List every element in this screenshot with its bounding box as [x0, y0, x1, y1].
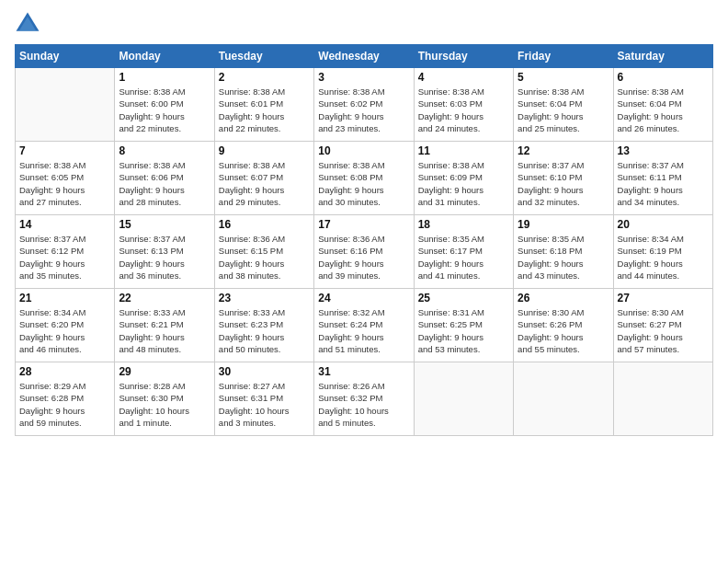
calendar-cell: 25Sunrise: 8:31 AMSunset: 6:25 PMDayligh… [414, 289, 513, 362]
day-info: Sunrise: 8:32 AMSunset: 6:24 PMDaylight:… [318, 306, 409, 355]
page: SundayMondayTuesdayWednesdayThursdayFrid… [0, 0, 728, 563]
calendar-week-row: 28Sunrise: 8:29 AMSunset: 6:28 PMDayligh… [16, 362, 713, 436]
calendar-cell [514, 362, 613, 436]
calendar-cell: 21Sunrise: 8:34 AMSunset: 6:20 PMDayligh… [16, 289, 115, 362]
day-info: Sunrise: 8:38 AMSunset: 6:04 PMDaylight:… [618, 86, 709, 134]
day-number: 12 [518, 144, 609, 157]
day-number: 2 [219, 71, 310, 84]
day-info: Sunrise: 8:38 AMSunset: 6:00 PMDaylight:… [119, 86, 210, 134]
calendar-header-friday: Friday [514, 45, 613, 68]
calendar-cell: 20Sunrise: 8:34 AMSunset: 6:19 PMDayligh… [613, 215, 712, 289]
calendar-week-row: 14Sunrise: 8:37 AMSunset: 6:12 PMDayligh… [16, 215, 713, 289]
calendar-cell: 10Sunrise: 8:38 AMSunset: 6:08 PMDayligh… [314, 142, 414, 215]
calendar-cell [613, 362, 712, 436]
day-info: Sunrise: 8:30 AMSunset: 6:26 PMDaylight:… [518, 306, 609, 355]
calendar-cell: 9Sunrise: 8:38 AMSunset: 6:07 PMDaylight… [214, 142, 313, 215]
calendar-week-row: 7Sunrise: 8:38 AMSunset: 6:05 PMDaylight… [16, 142, 713, 215]
calendar-cell: 23Sunrise: 8:33 AMSunset: 6:23 PMDayligh… [214, 289, 313, 362]
day-info: Sunrise: 8:34 AMSunset: 6:20 PMDaylight:… [19, 306, 110, 355]
calendar-week-row: 21Sunrise: 8:34 AMSunset: 6:20 PMDayligh… [16, 289, 713, 362]
day-number: 13 [618, 144, 709, 157]
day-info: Sunrise: 8:38 AMSunset: 6:08 PMDaylight:… [318, 159, 409, 208]
day-number: 8 [119, 144, 210, 157]
day-info: Sunrise: 8:37 AMSunset: 6:13 PMDaylight:… [119, 233, 210, 282]
calendar-cell: 2Sunrise: 8:38 AMSunset: 6:01 PMDaylight… [214, 68, 313, 142]
calendar-header-saturday: Saturday [613, 45, 712, 68]
calendar-cell: 7Sunrise: 8:38 AMSunset: 6:05 PMDaylight… [16, 142, 115, 215]
day-info: Sunrise: 8:38 AMSunset: 6:04 PMDaylight:… [518, 86, 609, 134]
day-number: 23 [219, 292, 310, 304]
calendar-cell: 12Sunrise: 8:37 AMSunset: 6:10 PMDayligh… [514, 142, 613, 215]
calendar-header-thursday: Thursday [414, 45, 513, 68]
day-number: 27 [618, 292, 709, 304]
calendar-header-wednesday: Wednesday [314, 45, 414, 68]
calendar-table: SundayMondayTuesdayWednesdayThursdayFrid… [15, 44, 713, 436]
calendar-header-tuesday: Tuesday [214, 45, 313, 68]
day-info: Sunrise: 8:31 AMSunset: 6:25 PMDaylight:… [418, 306, 509, 355]
day-info: Sunrise: 8:37 AMSunset: 6:11 PMDaylight:… [618, 159, 709, 208]
calendar-cell: 3Sunrise: 8:38 AMSunset: 6:02 PMDaylight… [314, 68, 414, 142]
day-number: 11 [418, 144, 509, 157]
day-info: Sunrise: 8:34 AMSunset: 6:19 PMDaylight:… [618, 233, 709, 282]
day-info: Sunrise: 8:27 AMSunset: 6:31 PMDaylight:… [219, 380, 310, 429]
calendar-cell: 11Sunrise: 8:38 AMSunset: 6:09 PMDayligh… [414, 142, 513, 215]
day-number: 14 [19, 218, 110, 231]
day-info: Sunrise: 8:38 AMSunset: 6:03 PMDaylight:… [418, 86, 509, 134]
day-number: 30 [219, 365, 310, 378]
day-number: 15 [119, 218, 210, 231]
calendar-cell: 15Sunrise: 8:37 AMSunset: 6:13 PMDayligh… [115, 215, 214, 289]
day-info: Sunrise: 8:37 AMSunset: 6:12 PMDaylight:… [19, 233, 110, 282]
day-info: Sunrise: 8:36 AMSunset: 6:16 PMDaylight:… [318, 233, 409, 282]
day-number: 29 [119, 365, 210, 378]
day-number: 25 [418, 292, 509, 304]
day-info: Sunrise: 8:38 AMSunset: 6:02 PMDaylight:… [318, 86, 409, 134]
day-info: Sunrise: 8:33 AMSunset: 6:21 PMDaylight:… [119, 306, 210, 355]
calendar-cell: 8Sunrise: 8:38 AMSunset: 6:06 PMDaylight… [115, 142, 214, 215]
day-info: Sunrise: 8:38 AMSunset: 6:05 PMDaylight:… [19, 159, 110, 208]
day-number: 24 [318, 292, 409, 304]
calendar-cell: 30Sunrise: 8:27 AMSunset: 6:31 PMDayligh… [214, 362, 313, 436]
calendar-cell: 22Sunrise: 8:33 AMSunset: 6:21 PMDayligh… [115, 289, 214, 362]
logo-icon [15, 11, 40, 37]
calendar-cell: 13Sunrise: 8:37 AMSunset: 6:11 PMDayligh… [613, 142, 712, 215]
day-number: 6 [618, 71, 709, 84]
day-number: 26 [518, 292, 609, 304]
header [15, 11, 713, 37]
calendar-cell: 6Sunrise: 8:38 AMSunset: 6:04 PMDaylight… [613, 68, 712, 142]
calendar-week-row: 1Sunrise: 8:38 AMSunset: 6:00 PMDaylight… [16, 68, 713, 142]
calendar-cell [16, 68, 115, 142]
day-info: Sunrise: 8:26 AMSunset: 6:32 PMDaylight:… [318, 380, 409, 429]
day-info: Sunrise: 8:35 AMSunset: 6:18 PMDaylight:… [518, 233, 609, 282]
day-number: 20 [618, 218, 709, 231]
calendar-cell: 18Sunrise: 8:35 AMSunset: 6:17 PMDayligh… [414, 215, 513, 289]
day-info: Sunrise: 8:28 AMSunset: 6:30 PMDaylight:… [119, 380, 210, 429]
day-number: 7 [19, 144, 110, 157]
day-number: 17 [318, 218, 409, 231]
day-info: Sunrise: 8:38 AMSunset: 6:01 PMDaylight:… [219, 86, 310, 134]
day-info: Sunrise: 8:38 AMSunset: 6:09 PMDaylight:… [418, 159, 509, 208]
day-number: 5 [518, 71, 609, 84]
day-number: 18 [418, 218, 509, 231]
day-info: Sunrise: 8:30 AMSunset: 6:27 PMDaylight:… [618, 306, 709, 355]
day-info: Sunrise: 8:37 AMSunset: 6:10 PMDaylight:… [518, 159, 609, 208]
calendar-cell: 26Sunrise: 8:30 AMSunset: 6:26 PMDayligh… [514, 289, 613, 362]
calendar-cell: 24Sunrise: 8:32 AMSunset: 6:24 PMDayligh… [314, 289, 414, 362]
day-number: 10 [318, 144, 409, 157]
calendar-cell: 1Sunrise: 8:38 AMSunset: 6:00 PMDaylight… [115, 68, 214, 142]
day-number: 28 [19, 365, 110, 378]
calendar-cell: 28Sunrise: 8:29 AMSunset: 6:28 PMDayligh… [16, 362, 115, 436]
day-number: 3 [318, 71, 409, 84]
day-info: Sunrise: 8:38 AMSunset: 6:06 PMDaylight:… [119, 159, 210, 208]
calendar-header-monday: Monday [115, 45, 214, 68]
day-info: Sunrise: 8:35 AMSunset: 6:17 PMDaylight:… [418, 233, 509, 282]
day-number: 21 [19, 292, 110, 304]
calendar-cell: 4Sunrise: 8:38 AMSunset: 6:03 PMDaylight… [414, 68, 513, 142]
calendar-cell [414, 362, 513, 436]
day-number: 19 [518, 218, 609, 231]
calendar-cell: 27Sunrise: 8:30 AMSunset: 6:27 PMDayligh… [613, 289, 712, 362]
calendar-cell: 14Sunrise: 8:37 AMSunset: 6:12 PMDayligh… [16, 215, 115, 289]
calendar-cell: 17Sunrise: 8:36 AMSunset: 6:16 PMDayligh… [314, 215, 414, 289]
calendar-cell: 31Sunrise: 8:26 AMSunset: 6:32 PMDayligh… [314, 362, 414, 436]
day-number: 16 [219, 218, 310, 231]
day-info: Sunrise: 8:36 AMSunset: 6:15 PMDaylight:… [219, 233, 310, 282]
